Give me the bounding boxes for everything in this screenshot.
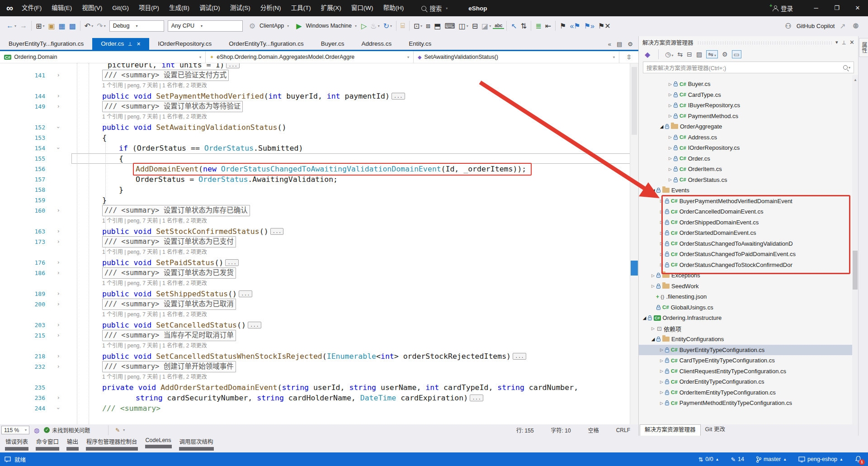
deploy-device-icon[interactable]: ⧈	[424, 22, 432, 30]
tool-window-tab[interactable]: CodeLens	[144, 436, 173, 452]
expander-icon[interactable]: ▷	[667, 146, 673, 150]
fold-marker[interactable]: ›	[45, 268, 71, 278]
startup-project-selector[interactable]: ⚙ClientApp▾	[245, 22, 292, 30]
scroll-up-icon[interactable]: ▲	[854, 78, 857, 82]
code-line[interactable]: 215›/// <summary> 当库存不足时取消订单	[0, 330, 638, 341]
collapsed-region[interactable]: ...	[513, 353, 526, 360]
editor-tab[interactable]: Order.cs⊤✕	[92, 38, 149, 50]
preview-selected-items-icon[interactable]: ▭	[732, 50, 741, 58]
structure-visualizer-icon[interactable]: ⇅	[519, 22, 528, 30]
prev-bookmark-icon[interactable]: «⚑	[568, 22, 582, 30]
code-line[interactable]: 218›public void SetCancelledStatusWhenSt…	[0, 351, 638, 361]
fold-marker[interactable]: ›	[45, 101, 71, 112]
editor-scrollbar[interactable]	[630, 63, 638, 424]
pending-changes-filter-icon[interactable]: ◷▾	[665, 51, 673, 58]
tree-item[interactable]: ▷SeedWork	[639, 281, 858, 292]
code-line[interactable]: 200›/// <summary> 设置订单状态为已取消	[0, 299, 638, 309]
menu-item[interactable]: 文件(F)	[17, 0, 47, 16]
code-line[interactable]: 163›public void SetStockConfirmedStatus(…	[0, 226, 638, 237]
selection-actions-icon[interactable]: ✎▾	[115, 427, 125, 433]
clear-bookmarks-icon[interactable]: ⚑✕	[596, 22, 613, 30]
expander-icon[interactable]: ▷	[659, 369, 665, 373]
expander-icon[interactable]: ▷	[650, 284, 656, 288]
expander-icon[interactable]: ▷	[659, 231, 665, 235]
codelens-info[interactable]: 1 个引用 | peng, 7 天前 | 1 名作者, 2 项更改	[102, 309, 207, 320]
navigate-forward-icon[interactable]: →	[18, 22, 29, 30]
branch-selector[interactable]: master ▲	[756, 456, 787, 463]
code-line[interactable]: 1 个引用 | peng, 7 天前 | 1 名作者, 2 项更改	[0, 341, 638, 351]
codelens-info[interactable]: 1 个引用 | peng, 7 天前 | 1 名作者, 2 项更改	[102, 372, 207, 382]
tool-window-tab[interactable]: 输出	[65, 436, 80, 452]
attach-process-icon[interactable]: ⊡▾	[412, 22, 424, 30]
panel-tab[interactable]: Git 更改	[701, 424, 730, 436]
feedback-icon[interactable]	[5, 456, 11, 462]
fold-marker[interactable]: ›	[45, 351, 71, 361]
pin-icon[interactable]: ⊤	[842, 39, 846, 45]
device-layout-icon[interactable]: ◫▾	[457, 22, 470, 30]
code-line[interactable]: 244›/// <summary>	[0, 403, 638, 414]
expander-icon[interactable]: ▷	[659, 390, 665, 395]
tree-item[interactable]: ▷C#Address.cs	[639, 132, 858, 143]
expander-icon[interactable]: ▷	[659, 241, 665, 246]
fold-marker[interactable]: ›	[45, 122, 71, 133]
code-line[interactable]: 186›/// <summary> 设置订单状态为已发货	[0, 268, 638, 278]
smart-indent-icon[interactable]: ⇤	[543, 22, 553, 30]
code-line[interactable]: 203›public void SetCancelledStatus()...	[0, 320, 638, 330]
expander-icon[interactable]: ▷	[667, 82, 673, 86]
solution-search-input[interactable]: 搜索解决方案资源管理器(Ctrl+;) ▾	[643, 62, 854, 73]
find-in-files-icon[interactable]: ⌸	[399, 22, 407, 30]
fold-marker[interactable]: ›	[45, 205, 71, 216]
tree-item[interactable]: ▷C#PaymentMethod.cs	[639, 111, 858, 122]
expander-icon[interactable]: ▷	[659, 209, 665, 214]
restore-button[interactable]: ❐	[826, 0, 847, 16]
tree-item[interactable]: ◢OrderAggregate	[639, 121, 858, 132]
expander-icon[interactable]: ▷	[659, 347, 665, 352]
solution-platform-combo[interactable]: Any CPU▾	[168, 20, 243, 32]
new-project-icon[interactable]: ⊞▾	[34, 22, 46, 30]
collapsed-region[interactable]: ...	[225, 259, 239, 266]
code-line[interactable]: 1 个引用 | peng, 7 天前 | 1 名作者, 2 项更改	[0, 216, 638, 226]
project-dropdown[interactable]: C# Ordering.Domain ▾	[0, 51, 206, 63]
code-line[interactable]: 1 个引用 | peng, 7 天前 | 1 名作者, 2 项更改	[0, 112, 638, 122]
codelens-info[interactable]: 1 个引用 | peng, 7 天前 | 1 名作者, 2 项更改	[102, 81, 207, 91]
tool-window-tab[interactable]: 程序包管理器控制台	[85, 436, 139, 452]
terminal-icon[interactable]: ⌨	[443, 22, 457, 30]
tree-item[interactable]: ▷C#ClientRequestEntityTypeConfiguration.…	[639, 366, 858, 377]
type-dropdown[interactable]: ✦ eShop.Ordering.Domain.AggregatesModel.…	[206, 51, 414, 63]
code-line[interactable]: 153{	[0, 133, 638, 143]
close-icon[interactable]: ✕	[137, 38, 141, 50]
collapsed-region[interactable]: ...	[239, 290, 252, 297]
expander-icon[interactable]: ▷	[650, 326, 656, 331]
repository-selector[interactable]: peng-eshop ▲	[798, 456, 843, 462]
expander-icon[interactable]: ▷	[667, 135, 673, 139]
fold-marker[interactable]: ›	[45, 393, 71, 403]
notifications-button[interactable]: 1	[855, 456, 862, 463]
tree-item[interactable]: ◢C#Ordering.Infrastructure	[639, 313, 858, 323]
code-line[interactable]: pictureUrl, int units = 1)...	[0, 63, 638, 70]
tree-item[interactable]: ▷C#BuyerEntityTypeConfiguration.cs	[639, 345, 858, 356]
codelens-info[interactable]: 1 个引用 | peng, 7 天前 | 1 名作者, 2 项更改	[102, 112, 207, 122]
codelens-info[interactable]: 1 个引用 | peng, 7 天前 | 1 名作者, 2 项更改	[102, 247, 207, 257]
solution-configuration-combo[interactable]: Debug▾	[109, 20, 164, 32]
tree-item[interactable]: ▷C#OrderStatusChangedToAwaitingValidatio…	[639, 238, 858, 249]
pending-edits-button[interactable]: ✎ 14	[731, 456, 744, 463]
expander-icon[interactable]: ▷	[667, 167, 673, 171]
menu-item[interactable]: 帮助(H)	[378, 0, 409, 16]
tree-item[interactable]: ▷C#BuyerPaymentMethodVerifiedDomainEvent	[639, 196, 858, 207]
fold-marker[interactable]: ›	[45, 237, 71, 247]
second-display-icon[interactable]: ⊟	[470, 22, 480, 30]
scroll-tabs-icon[interactable]: «	[608, 41, 611, 48]
tool-window-tab[interactable]: 命令窗口	[34, 436, 61, 452]
code-line[interactable]: 232›/// <summary> 创建订单开始领域事件	[0, 361, 638, 372]
hot-reload-icon[interactable]: ♨▾	[368, 22, 381, 30]
editor-tab[interactable]: Buyer.cs	[312, 38, 353, 50]
code-line[interactable]: 1 个引用 | peng, 7 天前 | 1 名作者, 2 项更改	[0, 81, 638, 91]
code-line[interactable]: 156AddDomainEvent(new OrderStatusChanged…	[0, 164, 638, 174]
sync-with-active-document-icon[interactable]: ⇋▾	[706, 50, 718, 58]
code-line[interactable]: 1 个引用 | peng, 7 天前 | 1 名作者, 2 项更改	[0, 247, 638, 257]
code-line[interactable]: 235private void AddOrderStartedDomainEve…	[0, 382, 638, 393]
fold-marker[interactable]: ›	[45, 299, 71, 309]
code-line[interactable]: 1 个引用 | peng, 7 天前 | 1 名作者, 2 项更改	[0, 372, 638, 382]
fold-marker[interactable]: ›	[45, 320, 71, 330]
collapsed-region[interactable]: ...	[470, 395, 483, 401]
